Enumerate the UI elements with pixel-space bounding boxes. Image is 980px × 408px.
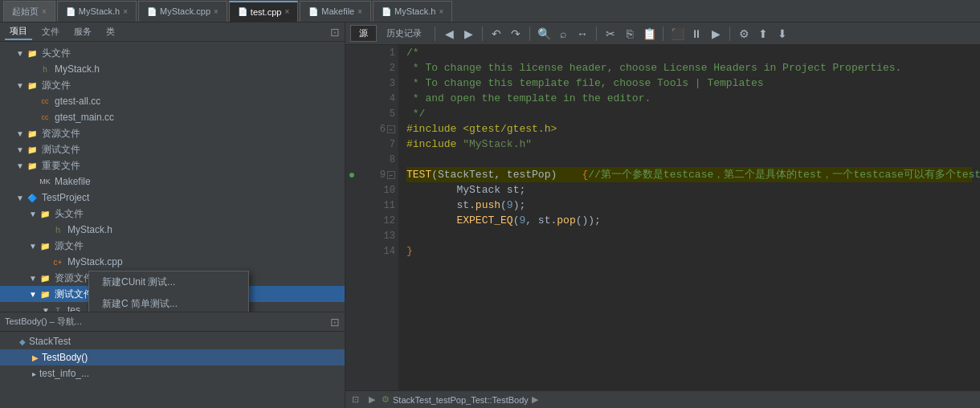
tab-mystack-cpp[interactable]: 📄 MyStack.cpp × [138,1,227,22]
tree-label: 源文件 [42,79,71,92]
nav-label: test_info_... [39,368,89,379]
tab-mystack-cpp-close[interactable]: × [214,7,218,16]
code-content[interactable]: /* * To change this license header, choo… [398,45,980,390]
tab-mystack-h2-close[interactable]: × [439,7,443,16]
ctx-new-c-simple[interactable]: 新建C 简单测试... [89,293,248,312]
tab-test-cpp-label: test.cpp [251,7,282,17]
tab-makefile[interactable]: 📄 Makefile × [300,1,371,22]
ln-9: 9− [358,167,398,182]
nav-header: TestBody() – 导航... ⊡ [0,312,345,332]
tree-item-source-top[interactable]: ▼ 📁 源文件 [0,77,345,93]
left-panel: 项目 文件 服务 类 ⊡ ▼ 📁 头文件 h MyStack.h [0,22,345,408]
toolbar-history-tab[interactable]: 历史记录 [378,26,430,41]
panel-tab-project[interactable]: 项目 [5,23,32,40]
code-line-13 [406,228,972,243]
ln-4: 4 [358,91,398,106]
toolbar-sep2 [482,27,483,41]
toolbar-debug-pause-btn[interactable]: ⏸ [688,25,705,43]
code-line-14: } [406,243,972,259]
panel-tab-file[interactable]: 文件 [37,24,64,39]
fold-6-btn[interactable]: − [387,125,395,133]
ln-10: 10 [358,182,398,198]
status-path: StackTest_testPop_Test::TestBody [393,395,529,405]
project-icon: 🔷 [26,191,39,204]
file-cpp-icon: c+ [51,255,64,268]
toolbar-forward-btn[interactable]: ▶ [459,25,477,43]
toolbar-sep4 [596,27,597,41]
status-arrow: ▶ [369,394,375,405]
ctx-new-cunit[interactable]: 新建CUnit 测试... [89,271,248,293]
tab-makefile-close[interactable]: × [357,7,362,16]
tab-makefile-label: Makefile [321,6,354,16]
ln-1: 1 [358,45,398,60]
tree-label: 重要文件 [42,159,80,173]
tree-item-mystack-h[interactable]: h MyStack.h [0,222,345,238]
tree-label: tes... [67,304,88,312]
gutter-4 [345,91,358,106]
tree-item-makefile-top[interactable]: MK Makefile [0,173,345,190]
nav-panel: TestBody() – 导航... ⊡ ◆ StackTest ▶ TestB… [0,312,345,408]
status-maximize-btn[interactable]: ⊡ [352,394,359,405]
tree-item-resource-top[interactable]: ▼ 📁 资源文件 [0,125,345,141]
maximize-icon[interactable]: ⊡ [330,26,340,39]
line-number-area: 1 2 3 4 5 6− 7 8 9− 10 11 12 13 14 [358,45,398,390]
code-line-6: #include <gtest/gtest.h> [406,121,972,137]
gutter-12 [345,213,358,228]
fold-9-btn[interactable]: − [387,171,395,179]
nav-item-testbody[interactable]: ▶ TestBody() [0,349,345,365]
ln-2: 2 [358,60,398,75]
ln-14: 14 [358,243,398,259]
tree-item-test-top[interactable]: ▼ 📁 测试文件 [0,141,345,157]
tree-item-headers[interactable]: ▼ 📁 头文件 [0,206,345,222]
tree-item-mystack-cpp[interactable]: c+ MyStack.cpp [0,254,345,270]
tree-item-gtest-all[interactable]: cc gtest-all.cc [0,93,345,109]
nav-item-testinfo[interactable]: ▸ test_info_... [0,365,345,381]
tab-mystack-h1[interactable]: 📄 MyStack.h × [57,1,137,22]
tree-label: gtest-all.cc [55,96,100,107]
tab-mystack-h1-close[interactable]: × [123,7,128,16]
tab-start[interactable]: 起始页 × [3,1,55,22]
panel-tab-class[interactable]: 类 [101,24,120,39]
toolbar-copy-btn[interactable]: ⎘ [621,25,639,43]
tree-label: MyStack.h [55,63,100,75]
tab-mystack-h2[interactable]: 📄 MyStack.h × [373,1,452,22]
toolbar-back-btn[interactable]: ◀ [440,25,458,43]
toolbar-search-btn[interactable]: ⌕ [554,25,572,43]
panel-tab-service[interactable]: 服务 [69,24,96,39]
tree-item-source[interactable]: ▼ 📁 源文件 [0,238,345,254]
toolbar-debug-run-btn[interactable]: ▶ [707,25,725,43]
gutter-10 [345,182,358,198]
toolbar-comment-btn[interactable]: ⬇ [774,25,791,43]
toolbar-redo-btn[interactable]: ↷ [507,25,525,43]
toolbar-paste-btn[interactable]: 📋 [640,25,658,43]
tree-item-mystack-h-top[interactable]: h MyStack.h [0,61,345,77]
editor-panel: 源 历史记录 ◀ ▶ ↶ ↷ 🔍 ⌕ ↔ ✂ ⎘ 📋 ⬛ ⏸ ▶ ⚙ ⬆ ⬇ [345,22,980,408]
toolbar-settings-btn[interactable]: ⚙ [735,25,753,43]
tree-item-headers-top[interactable]: ▼ 📁 头文件 [0,45,345,61]
gutter-6 [345,121,358,137]
file-cc-icon2: cc [39,111,51,124]
tree-item-gtest-main[interactable]: cc gtest_main.cc [0,109,345,125]
class-icon: ◆ [19,337,26,346]
toolbar-zoom-in-btn[interactable]: 🔍 [535,25,553,43]
nav-item-stacktest[interactable]: ◆ StackTest [0,333,345,349]
toolbar-sep6 [729,27,730,41]
tab-test-cpp-close[interactable]: × [284,7,289,16]
breakpoint-icon: ● [349,169,355,182]
tab-test-cpp[interactable]: 📄 test.cpp × [229,1,298,22]
toolbar-source-tab[interactable]: 源 [350,25,377,42]
nav-maximize-icon[interactable]: ⊡ [330,316,340,328]
tree-item-testproject[interactable]: ▼ 🔷 TestProject [0,190,345,206]
toolbar-debug-stop-btn[interactable]: ⬛ [668,25,686,43]
toolbar-undo-btn[interactable]: ↶ [488,25,505,43]
tree-area: ▼ 📁 头文件 h MyStack.h ▼ 📁 源文件 cc g [0,42,345,312]
nav-title: TestBody() – 导航... [5,316,82,328]
tab-start-close[interactable]: × [42,7,47,16]
toolbar-find-btn[interactable]: ↔ [574,25,591,43]
tree-item-important-top[interactable]: ▼ 📁 重要文件 [0,157,345,173]
editor-toolbar: 源 历史记录 ◀ ▶ ↶ ↷ 🔍 ⌕ ↔ ✂ ⎘ 📋 ⬛ ⏸ ▶ ⚙ ⬆ ⬇ [345,22,980,45]
ln-3: 3 [358,75,398,91]
toolbar-bookmark-btn[interactable]: ⬆ [754,25,772,43]
panel-header: 项目 文件 服务 类 ⊡ [0,22,345,42]
toolbar-cut-btn[interactable]: ✂ [602,25,619,43]
